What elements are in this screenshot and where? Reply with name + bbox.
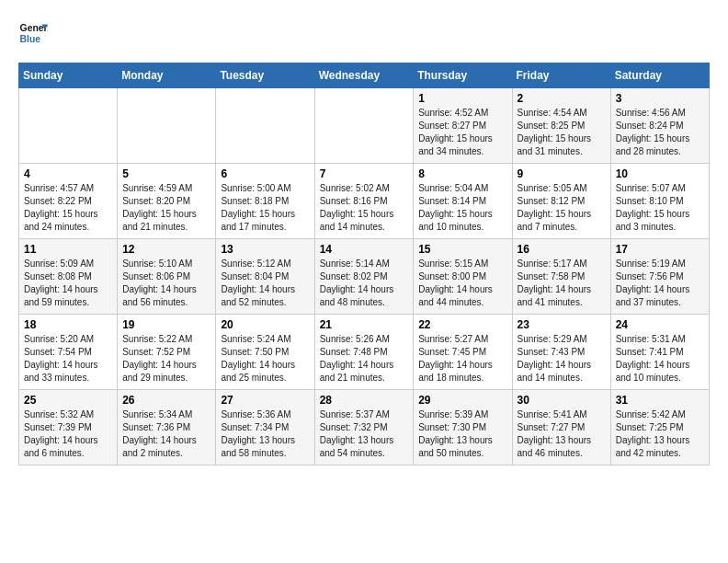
day-info: Sunrise: 5:19 AM Sunset: 7:56 PM Dayligh… xyxy=(616,258,704,309)
day-info: Sunrise: 5:26 AM Sunset: 7:48 PM Dayligh… xyxy=(320,333,409,385)
day-cell: 20Sunrise: 5:24 AM Sunset: 7:50 PM Dayli… xyxy=(216,315,314,390)
week-row-5: 25Sunrise: 5:32 AM Sunset: 7:39 PM Dayli… xyxy=(19,390,710,465)
day-cell: 30Sunrise: 5:41 AM Sunset: 7:27 PM Dayli… xyxy=(512,390,610,465)
day-number: 7 xyxy=(320,167,409,180)
day-info: Sunrise: 5:39 AM Sunset: 7:30 PM Dayligh… xyxy=(418,408,506,460)
header-cell-wednesday: Wednesday xyxy=(314,63,414,88)
day-info: Sunrise: 4:56 AM Sunset: 8:24 PM Dayligh… xyxy=(616,107,704,158)
day-cell: 10Sunrise: 5:07 AM Sunset: 8:10 PM Dayli… xyxy=(610,164,709,239)
day-info: Sunrise: 5:17 AM Sunset: 7:58 PM Dayligh… xyxy=(518,258,606,309)
day-cell: 23Sunrise: 5:29 AM Sunset: 7:43 PM Dayli… xyxy=(512,315,610,390)
header-cell-sunday: Sunday xyxy=(19,63,118,88)
day-number: 15 xyxy=(418,243,506,256)
calendar-header-row: SundayMondayTuesdayWednesdayThursdayFrid… xyxy=(19,63,710,88)
header-cell-thursday: Thursday xyxy=(414,63,512,88)
day-info: Sunrise: 5:22 AM Sunset: 7:52 PM Dayligh… xyxy=(122,333,210,385)
header-cell-friday: Friday xyxy=(512,63,610,88)
day-cell: 17Sunrise: 5:19 AM Sunset: 7:56 PM Dayli… xyxy=(610,239,709,315)
day-number: 31 xyxy=(616,394,704,407)
day-cell: 24Sunrise: 5:31 AM Sunset: 7:41 PM Dayli… xyxy=(610,315,709,390)
day-number: 23 xyxy=(518,318,606,331)
day-info: Sunrise: 5:04 AM Sunset: 8:14 PM Dayligh… xyxy=(418,182,506,234)
day-number: 30 xyxy=(518,394,606,407)
day-cell: 5Sunrise: 4:59 AM Sunset: 8:20 PM Daylig… xyxy=(118,164,216,239)
logo: General Blue xyxy=(18,18,48,48)
day-number: 24 xyxy=(616,318,704,331)
day-cell: 11Sunrise: 5:09 AM Sunset: 8:08 PM Dayli… xyxy=(19,239,118,315)
day-cell xyxy=(216,88,314,164)
day-cell: 12Sunrise: 5:10 AM Sunset: 8:06 PM Dayli… xyxy=(118,239,216,315)
page-header: General Blue xyxy=(18,18,710,48)
header-cell-monday: Monday xyxy=(118,63,216,88)
day-info: Sunrise: 5:05 AM Sunset: 8:12 PM Dayligh… xyxy=(518,182,606,234)
day-info: Sunrise: 4:52 AM Sunset: 8:27 PM Dayligh… xyxy=(418,107,506,158)
day-info: Sunrise: 5:12 AM Sunset: 8:04 PM Dayligh… xyxy=(221,258,309,309)
day-cell xyxy=(118,88,216,164)
day-number: 22 xyxy=(418,318,506,331)
day-cell: 15Sunrise: 5:15 AM Sunset: 8:00 PM Dayli… xyxy=(414,239,512,315)
day-info: Sunrise: 4:59 AM Sunset: 8:20 PM Dayligh… xyxy=(122,182,210,234)
day-cell: 2Sunrise: 4:54 AM Sunset: 8:25 PM Daylig… xyxy=(512,88,610,164)
day-number: 10 xyxy=(616,167,704,180)
day-cell: 28Sunrise: 5:37 AM Sunset: 7:32 PM Dayli… xyxy=(314,390,414,465)
week-row-4: 18Sunrise: 5:20 AM Sunset: 7:54 PM Dayli… xyxy=(19,315,710,390)
day-cell: 26Sunrise: 5:34 AM Sunset: 7:36 PM Dayli… xyxy=(118,390,216,465)
week-row-2: 4Sunrise: 4:57 AM Sunset: 8:22 PM Daylig… xyxy=(19,164,710,239)
day-cell: 8Sunrise: 5:04 AM Sunset: 8:14 PM Daylig… xyxy=(414,164,512,239)
day-cell: 16Sunrise: 5:17 AM Sunset: 7:58 PM Dayli… xyxy=(512,239,610,315)
day-cell: 6Sunrise: 5:00 AM Sunset: 8:18 PM Daylig… xyxy=(216,164,314,239)
day-number: 28 xyxy=(320,394,409,407)
day-cell: 19Sunrise: 5:22 AM Sunset: 7:52 PM Dayli… xyxy=(118,315,216,390)
day-number: 3 xyxy=(616,92,704,105)
day-number: 12 xyxy=(122,243,210,256)
day-number: 6 xyxy=(221,167,309,180)
week-row-1: 1Sunrise: 4:52 AM Sunset: 8:27 PM Daylig… xyxy=(19,88,710,164)
day-number: 16 xyxy=(518,243,606,256)
day-info: Sunrise: 4:54 AM Sunset: 8:25 PM Dayligh… xyxy=(518,107,606,158)
day-cell: 27Sunrise: 5:36 AM Sunset: 7:34 PM Dayli… xyxy=(216,390,314,465)
day-cell: 31Sunrise: 5:42 AM Sunset: 7:25 PM Dayli… xyxy=(610,390,709,465)
day-number: 20 xyxy=(221,318,309,331)
day-info: Sunrise: 4:57 AM Sunset: 8:22 PM Dayligh… xyxy=(24,182,112,234)
day-cell: 1Sunrise: 4:52 AM Sunset: 8:27 PM Daylig… xyxy=(414,88,512,164)
day-info: Sunrise: 5:00 AM Sunset: 8:18 PM Dayligh… xyxy=(221,182,309,234)
day-cell: 14Sunrise: 5:14 AM Sunset: 8:02 PM Dayli… xyxy=(314,239,414,315)
logo-icon: General Blue xyxy=(18,18,48,48)
day-info: Sunrise: 5:09 AM Sunset: 8:08 PM Dayligh… xyxy=(24,258,112,309)
day-cell: 21Sunrise: 5:26 AM Sunset: 7:48 PM Dayli… xyxy=(314,315,414,390)
week-row-3: 11Sunrise: 5:09 AM Sunset: 8:08 PM Dayli… xyxy=(19,239,710,315)
day-info: Sunrise: 5:02 AM Sunset: 8:16 PM Dayligh… xyxy=(320,182,409,234)
day-info: Sunrise: 5:36 AM Sunset: 7:34 PM Dayligh… xyxy=(221,408,309,460)
day-info: Sunrise: 5:20 AM Sunset: 7:54 PM Dayligh… xyxy=(24,333,112,385)
day-cell: 4Sunrise: 4:57 AM Sunset: 8:22 PM Daylig… xyxy=(19,164,118,239)
day-number: 4 xyxy=(24,167,112,180)
day-number: 17 xyxy=(616,243,704,256)
day-number: 11 xyxy=(24,243,112,256)
day-info: Sunrise: 5:37 AM Sunset: 7:32 PM Dayligh… xyxy=(320,408,409,460)
day-number: 18 xyxy=(24,318,112,331)
day-number: 9 xyxy=(518,167,606,180)
calendar-table: SundayMondayTuesdayWednesdayThursdayFrid… xyxy=(18,63,710,465)
day-cell: 9Sunrise: 5:05 AM Sunset: 8:12 PM Daylig… xyxy=(512,164,610,239)
day-number: 29 xyxy=(418,394,506,407)
day-number: 5 xyxy=(122,167,210,180)
day-info: Sunrise: 5:24 AM Sunset: 7:50 PM Dayligh… xyxy=(221,333,309,385)
day-info: Sunrise: 5:32 AM Sunset: 7:39 PM Dayligh… xyxy=(24,408,112,460)
header-cell-tuesday: Tuesday xyxy=(216,63,314,88)
day-number: 1 xyxy=(418,92,506,105)
day-number: 8 xyxy=(418,167,506,180)
day-cell: 13Sunrise: 5:12 AM Sunset: 8:04 PM Dayli… xyxy=(216,239,314,315)
day-number: 13 xyxy=(221,243,309,256)
day-cell: 25Sunrise: 5:32 AM Sunset: 7:39 PM Dayli… xyxy=(19,390,118,465)
day-cell: 3Sunrise: 4:56 AM Sunset: 8:24 PM Daylig… xyxy=(610,88,709,164)
day-number: 27 xyxy=(221,394,309,407)
svg-text:Blue: Blue xyxy=(20,34,41,44)
day-info: Sunrise: 5:41 AM Sunset: 7:27 PM Dayligh… xyxy=(518,408,606,460)
day-info: Sunrise: 5:34 AM Sunset: 7:36 PM Dayligh… xyxy=(122,408,210,460)
day-cell: 22Sunrise: 5:27 AM Sunset: 7:45 PM Dayli… xyxy=(414,315,512,390)
day-number: 14 xyxy=(320,243,409,256)
day-info: Sunrise: 5:31 AM Sunset: 7:41 PM Dayligh… xyxy=(616,333,704,385)
calendar-body: 1Sunrise: 4:52 AM Sunset: 8:27 PM Daylig… xyxy=(19,88,710,465)
day-number: 19 xyxy=(122,318,210,331)
day-cell xyxy=(19,88,118,164)
